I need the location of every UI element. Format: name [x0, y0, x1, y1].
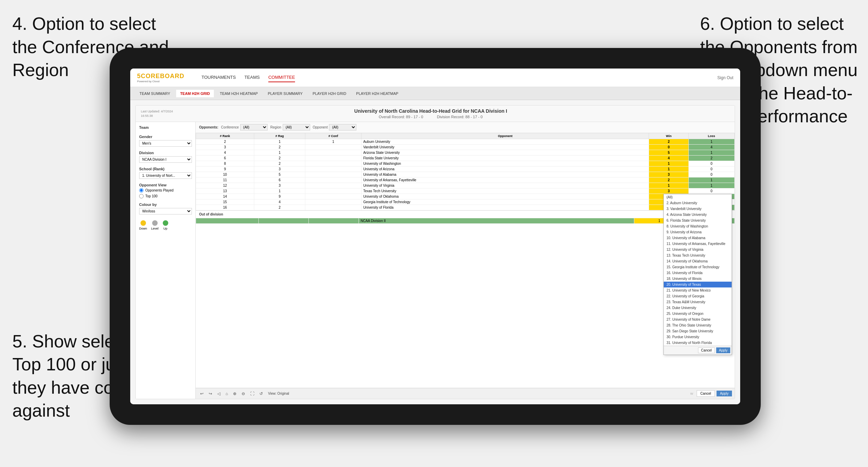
- dropdown-item[interactable]: 15. Georgia Institute of Technology: [664, 264, 732, 270]
- cell-opponent: Texas Tech University: [361, 188, 649, 194]
- table-row: 2 1 1 Auburn University 2 1: [196, 139, 735, 145]
- dropdown-item[interactable]: 28. The Ohio State University: [664, 322, 732, 328]
- nav-committee[interactable]: COMMITTEE: [268, 73, 295, 82]
- sub-nav-player-h2h-grid[interactable]: PLAYER H2H GRID: [308, 90, 350, 97]
- dd-apply-btn[interactable]: Apply: [716, 347, 730, 353]
- cell-rag: 1: [254, 139, 305, 145]
- cell-loss: 0: [688, 161, 734, 167]
- dropdown-item[interactable]: 2. Auburn University: [664, 200, 732, 206]
- dropdown-item[interactable]: 12. University of Virginia: [664, 247, 732, 253]
- dropdown-item[interactable]: 29. San Diego State University: [664, 328, 732, 334]
- dropdown-item[interactable]: 11. University of Arkansas, Fayetteville: [664, 241, 732, 247]
- dd-cancel-btn[interactable]: Cancel: [698, 347, 715, 353]
- main-content: Last Updated: 4/7/2024 16:55:38 Universi…: [130, 100, 740, 404]
- dropdown-item[interactable]: 25. University of Oregon: [664, 311, 732, 317]
- dropdown-item[interactable]: 3. Vanderbilt University: [664, 206, 732, 212]
- select-btn[interactable]: ⛶: [248, 391, 256, 397]
- opponent-dropdown[interactable]: (All)2. Auburn University3. Vanderbilt U…: [663, 194, 732, 355]
- cell-conf: [305, 167, 362, 172]
- panel-title-area: University of North Carolina Head-to-Hea…: [173, 108, 688, 119]
- dropdown-item[interactable]: 14. University of Oklahoma: [664, 258, 732, 264]
- cell-rank: 3: [196, 145, 254, 150]
- conference-filter-select[interactable]: (All): [240, 124, 268, 131]
- radio-opponents-played[interactable]: Opponents Played: [139, 188, 192, 193]
- cell-rank: 9: [196, 167, 254, 172]
- cell-loss: 0: [688, 188, 734, 194]
- dropdown-item[interactable]: 27. University of Notre Dame: [664, 317, 732, 322]
- legend-up-label: Up: [163, 227, 168, 230]
- legend-level-dot: [152, 220, 158, 226]
- cell-loss: 0: [688, 167, 734, 172]
- legend-up: Up: [163, 220, 168, 230]
- school-section: School (Rank) 1. University of Nort...: [139, 167, 192, 179]
- apply-button[interactable]: Apply: [717, 391, 732, 396]
- dropdown-item[interactable]: 30. Purdue University: [664, 334, 732, 340]
- gender-select[interactable]: Men's: [139, 140, 192, 147]
- dropdown-item[interactable]: 6. Florida State University: [664, 218, 732, 223]
- panel-body: Team Gender Men's Division NCAA Division…: [136, 122, 735, 399]
- table-row: 9 3 University of Arizona 1 0: [196, 167, 735, 172]
- undo-btn[interactable]: ↩: [198, 391, 205, 397]
- dropdown-item[interactable]: 13. Texas Tech University: [664, 253, 732, 258]
- colour-label: Colour by: [139, 202, 192, 207]
- school-select[interactable]: 1. University of Nort...: [139, 172, 192, 179]
- cell-rank: 6: [196, 156, 254, 161]
- cell-conf: [305, 161, 362, 167]
- legend-row: Down Level Up: [139, 220, 192, 230]
- cell-rank: 13: [196, 188, 254, 194]
- region-filter-select[interactable]: (All): [283, 124, 310, 131]
- panel-header: Last Updated: 4/7/2024 16:55:38 Universi…: [136, 106, 735, 122]
- opponent-filter-name: Opponent: [313, 125, 328, 129]
- cell-rag: 5: [254, 172, 305, 177]
- cell-rank: 8: [196, 161, 254, 167]
- sub-nav-h2h-grid[interactable]: TEAM H2H GRID: [176, 90, 214, 97]
- col-opponent: Opponent: [361, 133, 649, 139]
- od-rag: [258, 218, 308, 224]
- dropdown-item[interactable]: 22. University of Georgia: [664, 293, 732, 299]
- nav-items: TOURNAMENTS TEAMS COMMITTEE: [201, 73, 295, 82]
- colour-select[interactable]: Win/loss: [139, 208, 192, 214]
- dropdown-item[interactable]: 20. University of Texas: [664, 282, 732, 287]
- sub-nav-player-summary[interactable]: PLAYER SUMMARY: [264, 90, 307, 97]
- dropdown-item[interactable]: 9. University of Arizona: [664, 229, 732, 235]
- cell-rag: 3: [254, 183, 305, 188]
- sign-out[interactable]: Sign Out: [717, 75, 733, 80]
- dropdown-item[interactable]: 18. University of Illinois: [664, 276, 732, 282]
- view-label: View: Original: [268, 392, 289, 395]
- dropdown-item[interactable]: 8. University of Washington: [664, 223, 732, 229]
- dropdown-item[interactable]: 23. Texas A&M University: [664, 299, 732, 305]
- sub-nav-h2h-heatmap[interactable]: TEAM H2H HEATMAP: [216, 90, 262, 97]
- zoom-out-btn[interactable]: ⊖: [240, 391, 247, 397]
- home-btn[interactable]: ⌂: [224, 391, 230, 397]
- cell-rank: 11: [196, 177, 254, 183]
- radio-top100[interactable]: Top 100: [139, 194, 192, 198]
- redo-btn[interactable]: ↪: [207, 391, 214, 397]
- cell-rank: 16: [196, 205, 254, 210]
- cell-rag: 4: [254, 199, 305, 205]
- opponent-filter-select[interactable]: (All): [329, 124, 356, 131]
- dropdown-item[interactable]: 21. University of New Mexico: [664, 287, 732, 293]
- table-row: 13 1 Texas Tech University 3 0: [196, 188, 735, 194]
- dropdown-item[interactable]: 16. University of Florida: [664, 270, 732, 276]
- nav-tournaments[interactable]: TOURNAMENTS: [201, 73, 236, 82]
- table-row: 11 6 University of Arkansas, Fayettevill…: [196, 177, 735, 183]
- cell-win: 3: [649, 188, 688, 194]
- back-btn[interactable]: ◁: [216, 391, 222, 397]
- opponent-view-section: Opponent View Opponents Played Top 100: [139, 183, 192, 198]
- sub-nav-team-summary[interactable]: TEAM SUMMARY: [135, 90, 174, 97]
- dropdown-item[interactable]: 4. Arizona State University: [664, 212, 732, 218]
- dropdown-item[interactable]: 31. University of North Florida: [664, 340, 732, 346]
- division-select[interactable]: NCAA Division I: [139, 156, 192, 163]
- cancel-button[interactable]: Cancel: [697, 390, 715, 397]
- tablet: 5COREBOARD Powered by Clood TOURNAMENTS …: [110, 48, 761, 425]
- dropdown-item[interactable]: (All): [664, 194, 732, 200]
- overall-record: Overall Record: 89 - 17 - 0: [379, 115, 423, 119]
- dropdown-item[interactable]: 10. University of Alabama: [664, 235, 732, 241]
- dropdown-item[interactable]: 24. Duke University: [664, 305, 732, 311]
- nav-teams[interactable]: TEAMS: [244, 73, 260, 82]
- od-rank: [196, 218, 259, 224]
- zoom-in-btn[interactable]: ⊕: [231, 391, 238, 397]
- sub-nav-player-h2h-heatmap[interactable]: PLAYER H2H HEATMAP: [352, 90, 402, 97]
- refresh-btn[interactable]: ↺: [258, 391, 265, 397]
- data-table: # Rank # Rag # Conf Opponent Win Loss: [196, 133, 735, 388]
